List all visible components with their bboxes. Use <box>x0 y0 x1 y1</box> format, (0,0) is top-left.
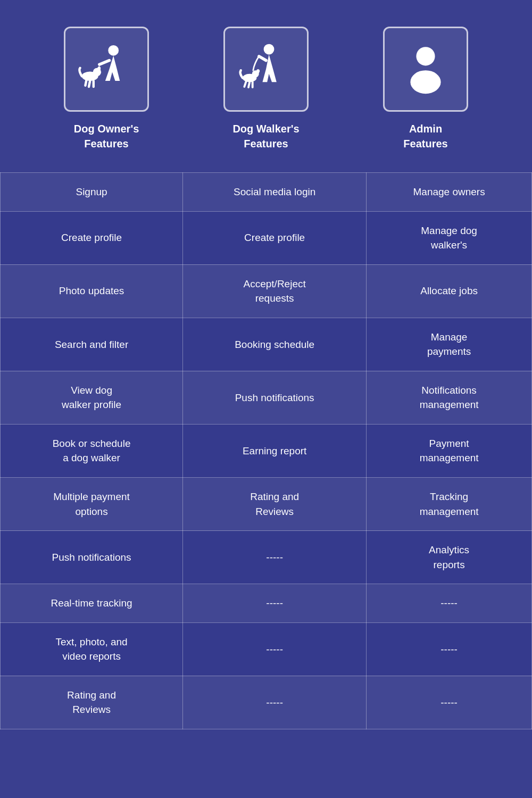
cell-r10-c0: Rating andReviews <box>1 676 183 729</box>
dog-owner-icon-box <box>64 27 149 112</box>
cell-r7-c2: Analyticsreports <box>367 531 532 584</box>
table-row: Search and filterBooking scheduleManagep… <box>1 318 532 371</box>
svg-line-11 <box>244 81 246 87</box>
table-row: View dogwalker profilePush notifications… <box>1 371 532 424</box>
cell-r3-c0: Search and filter <box>1 318 183 371</box>
cell-r9-c2: ----- <box>367 622 532 676</box>
svg-line-5 <box>89 81 90 87</box>
cell-r9-c0: Text, photo, andvideo reports <box>1 622 183 676</box>
table-row: Multiple paymentoptionsRating andReviews… <box>1 478 532 531</box>
table-row: Real-time tracking---------- <box>1 584 532 623</box>
cell-r10-c2: ----- <box>367 676 532 729</box>
svg-line-12 <box>248 82 250 87</box>
admin-icon <box>396 40 455 98</box>
admin-label: AdminFeatures <box>403 121 447 151</box>
table-row: Text, photo, andvideo reports---------- <box>1 622 532 676</box>
cell-r1-c2: Manage dogwalker's <box>367 211 532 264</box>
dog-owner-icon <box>77 40 136 98</box>
features-table: SignupSocial media loginManage ownersCre… <box>0 172 532 729</box>
cell-r8-c0: Real-time tracking <box>1 584 183 623</box>
cell-r4-c0: View dogwalker profile <box>1 371 183 424</box>
dog-walker-label: Dog Walker'sFeatures <box>232 121 299 151</box>
cell-r0-c0: Signup <box>1 173 183 212</box>
table-row: SignupSocial media loginManage owners <box>1 173 532 212</box>
cell-r8-c2: ----- <box>367 584 532 623</box>
cell-r4-c2: Notificationsmanagement <box>367 371 532 424</box>
header-section: Dog Owner'sFeatures <box>0 0 532 172</box>
table-row: Photo updatesAccept/RejectrequestsAlloca… <box>1 264 532 318</box>
cell-r3-c2: Managepayments <box>367 318 532 371</box>
cell-r6-c1: Rating andReviews <box>183 478 367 531</box>
cell-r4-c1: Push notifications <box>183 371 367 424</box>
admin-header: AdminFeatures <box>351 27 500 151</box>
dog-walker-icon-box <box>223 27 309 112</box>
cell-r8-c1: ----- <box>183 584 367 623</box>
table-row: Rating andReviews---------- <box>1 676 532 729</box>
dog-walker-header: Dog Walker'sFeatures <box>192 27 340 151</box>
cell-r5-c0: Book or schedulea dog walker <box>1 424 183 477</box>
cell-r9-c1: ----- <box>183 622 367 676</box>
svg-line-4 <box>85 80 86 86</box>
cell-r0-c1: Social media login <box>183 173 367 212</box>
cell-r5-c1: Earning report <box>183 424 367 477</box>
cell-r2-c2: Allocate jobs <box>367 264 532 318</box>
cell-r7-c0: Push notifications <box>1 531 183 584</box>
svg-point-15 <box>410 70 440 94</box>
cell-r3-c1: Booking schedule <box>183 318 367 371</box>
dog-owner-label: Dog Owner'sFeatures <box>74 121 139 151</box>
table-row: Book or schedulea dog walkerEarning repo… <box>1 424 532 477</box>
cell-r7-c1: ----- <box>183 531 367 584</box>
svg-point-7 <box>264 44 275 55</box>
cell-r5-c2: Paymentmanagement <box>367 424 532 477</box>
svg-point-0 <box>108 45 119 56</box>
dog-owner-header: Dog Owner'sFeatures <box>32 27 181 151</box>
cell-r6-c0: Multiple paymentoptions <box>1 478 183 531</box>
table-row: Create profileCreate profileManage dogwa… <box>1 211 532 264</box>
dog-walker-icon <box>237 40 295 98</box>
cell-r6-c2: Trackingmanagement <box>367 478 532 531</box>
cell-r1-c0: Create profile <box>1 211 183 264</box>
svg-point-14 <box>416 47 435 65</box>
cell-r10-c1: ----- <box>183 676 367 729</box>
table-row: Push notifications-----Analyticsreports <box>1 531 532 584</box>
admin-icon-box <box>383 27 468 112</box>
cell-r1-c1: Create profile <box>183 211 367 264</box>
features-table-wrapper: SignupSocial media loginManage ownersCre… <box>0 172 532 751</box>
cell-r2-c0: Photo updates <box>1 264 183 318</box>
cell-r2-c1: Accept/Rejectrequests <box>183 264 367 318</box>
cell-r0-c2: Manage owners <box>367 173 532 212</box>
